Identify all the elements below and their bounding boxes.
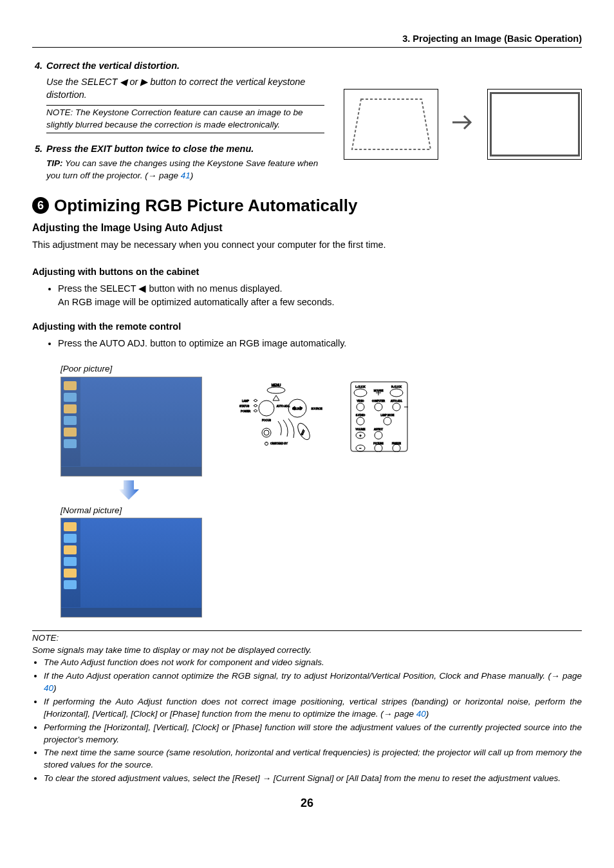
notes-section: NOTE: Some signals may take time to disp…	[32, 632, 582, 785]
page-link-41[interactable]: 41	[181, 171, 191, 180]
step4-body: Use the SELECT ◀ or ▶ button to correct …	[32, 75, 324, 102]
projector-panel-diagram: MENU LAMP STATUS POWER FOCUS AUTO ADJ. S…	[228, 381, 324, 455]
page-number: 26	[32, 795, 582, 811]
svg-point-39	[375, 431, 382, 439]
svg-text:L-CLICK: L-CLICK	[355, 385, 366, 388]
keystone-before-icon	[344, 89, 438, 160]
section6-intro: This adjustment may be necessary when yo…	[32, 238, 582, 251]
svg-text:SELECT: SELECT	[292, 407, 302, 410]
arrow-right-icon	[450, 109, 476, 138]
cabinet-heading: Adjusting with buttons on the cabinet	[32, 265, 582, 278]
svg-text:EXIT: EXIT	[300, 428, 306, 435]
svg-point-23	[390, 389, 403, 397]
svg-text:VIDEO: VIDEO	[357, 400, 364, 402]
step4-title: 4. Correct the vertical distortion.	[32, 59, 324, 72]
caption-poor: [Poor picture]	[60, 363, 202, 375]
svg-text:VOLUME: VOLUME	[356, 428, 366, 431]
svg-text:MENU: MENU	[272, 383, 281, 387]
svg-point-34	[384, 417, 391, 425]
remote-heading: Adjusting with the remote control	[32, 320, 582, 333]
section-header: 3. Projecting an Image (Basic Operation)	[32, 32, 582, 48]
step5-title: 5. Press the EXIT button twice to close …	[32, 142, 324, 155]
svg-text:R-CLICK: R-CLICK	[391, 385, 402, 388]
svg-point-44	[375, 444, 382, 452]
step4-note: NOTE: The Keystone Correction feature ca…	[46, 105, 324, 133]
note-item: If performing the Auto Adjust function d…	[44, 696, 582, 721]
svg-text:POWER: POWER	[241, 410, 250, 413]
svg-text:LAMP: LAMP	[242, 399, 249, 402]
svg-point-45	[393, 444, 400, 452]
svg-marker-1	[118, 480, 139, 500]
section-number-icon: 6	[32, 197, 49, 214]
svg-text:SOURCE: SOURCE	[311, 407, 322, 410]
note-item: Performing the [Horizontal], [Vertical],…	[44, 722, 582, 746]
svg-point-22	[354, 389, 367, 397]
notes-intro: Some signals may take time to display or…	[32, 645, 582, 657]
page-link-40[interactable]: 40	[416, 709, 426, 719]
svg-point-29	[375, 403, 382, 411]
svg-text:COMPUTER: COMPUTER	[372, 400, 386, 402]
svg-point-33	[357, 417, 364, 425]
note-item: To clear the stored adjustment values, s…	[44, 773, 582, 785]
arrow-down-icon	[117, 476, 140, 504]
note-item: The next time the same source (same reso…	[44, 747, 582, 771]
remote-bullet: Press the AUTO ADJ. button to optimize a…	[58, 337, 582, 350]
svg-text:+: +	[360, 433, 362, 437]
section6-heading: 6 Optimizing RGB Picture Automatically	[32, 194, 582, 217]
svg-point-3	[267, 387, 285, 393]
normal-picture-image	[60, 518, 202, 618]
remote-control-diagram: L-CLICK R-CLICK MOUSE VIDEO COMPUTER AUT…	[350, 381, 408, 455]
svg-point-30	[393, 403, 400, 411]
note-item: If the Auto Adjust operation cannot opti…	[44, 670, 582, 695]
keystone-diagram	[344, 59, 582, 182]
svg-point-14	[264, 430, 269, 435]
step5-tip: TIP: You can save the changes using the …	[46, 158, 324, 182]
svg-text:ON/STAND BY: ON/STAND BY	[270, 442, 288, 445]
notes-label: NOTE:	[32, 632, 582, 645]
cabinet-bullet: Press the SELECT ◀ button with no menus …	[58, 282, 582, 308]
svg-text:−: −	[360, 446, 362, 450]
section6-subheading: Adjusting the Image Using Auto Adjust	[32, 221, 582, 235]
note-item: The Auto Adjust function does not work f…	[44, 657, 582, 669]
svg-marker-0	[352, 99, 431, 149]
svg-text:LAMP MODE: LAMP MODE	[381, 414, 395, 417]
svg-text:ASPECT: ASPECT	[374, 428, 384, 431]
keystone-after-icon	[487, 89, 582, 160]
caption-normal: [Normal picture]	[60, 505, 202, 517]
svg-text:STATUS: STATUS	[239, 404, 250, 408]
svg-point-7	[259, 401, 274, 416]
svg-point-13	[262, 428, 271, 437]
poor-picture-image	[60, 377, 202, 476]
svg-text:AUTO ADJ.: AUTO ADJ.	[277, 404, 290, 408]
svg-text:AUTO ADJ.: AUTO ADJ.	[391, 400, 402, 402]
page-link-40[interactable]: 40	[44, 683, 53, 693]
svg-rect-19	[351, 382, 407, 451]
svg-point-28	[357, 403, 364, 411]
svg-text:FOCUS: FOCUS	[262, 419, 271, 422]
svg-text:S-VIDEO: S-VIDEO	[356, 414, 366, 417]
